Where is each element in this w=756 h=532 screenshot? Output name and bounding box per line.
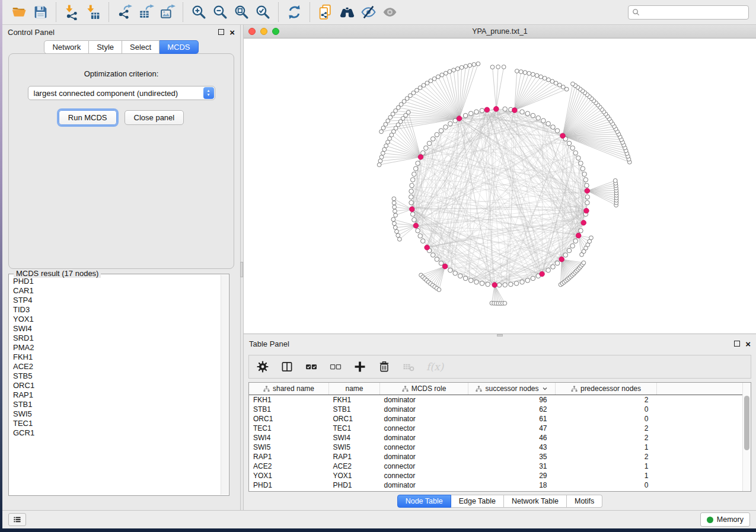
cell-shared-name: YOX1 <box>249 471 329 480</box>
tab-network-table[interactable]: Network Table <box>504 495 567 508</box>
splitter-grip[interactable] <box>497 334 503 336</box>
float-panel-icon[interactable] <box>734 341 740 347</box>
network-canvas[interactable] <box>244 39 756 334</box>
column-header-mcds-role[interactable]: MCDS role <box>380 383 468 395</box>
zoom-fit-button[interactable] <box>231 2 252 23</box>
refresh-button[interactable] <box>283 2 305 23</box>
memory-button[interactable]: Memory <box>700 512 750 527</box>
scrollbar-thumb[interactable] <box>744 396 749 450</box>
deselect-all-button[interactable] <box>329 360 342 373</box>
mcds-result-item[interactable]: STB5 <box>10 371 220 381</box>
node-table: shared namenameMCDS rolesuccessor nodesp… <box>248 382 751 492</box>
close-panel-button[interactable]: Close panel <box>125 110 184 125</box>
window-minimize-button[interactable] <box>260 28 267 35</box>
tab-style[interactable]: Style <box>89 40 122 54</box>
add-row-button[interactable] <box>353 360 366 373</box>
window-zoom-button[interactable] <box>272 28 279 35</box>
table-row[interactable]: ORC1ORC1dominator610 <box>249 414 751 424</box>
column-header-predecessor-nodes[interactable]: predecessor nodes <box>556 383 657 395</box>
table-row[interactable]: TEC1TEC1connector472 <box>249 424 751 433</box>
export-network-button[interactable] <box>114 2 135 23</box>
hide-selected-button[interactable] <box>358 2 379 23</box>
table-row[interactable]: SWI4SWI4dominator462 <box>249 433 751 443</box>
tab-select[interactable]: Select <box>122 40 160 54</box>
run-mcds-button[interactable]: Run MCDS <box>59 110 117 125</box>
import-network-button[interactable] <box>61 2 82 23</box>
column-header-successor-nodes[interactable]: successor nodes <box>468 383 556 395</box>
table-row[interactable]: FKH1FKH1dominator962 <box>249 395 751 405</box>
column-mapping-icon <box>571 386 578 392</box>
horizontal-splitter[interactable] <box>244 334 756 336</box>
panel-selector-button[interactable] <box>8 513 26 526</box>
mcds-result-item[interactable]: PHD1 <box>10 277 220 286</box>
settings-button[interactable] <box>256 360 269 373</box>
column-header-name[interactable]: name <box>329 383 380 395</box>
mcds-result-item[interactable]: PMA2 <box>10 343 220 352</box>
mcds-result-item[interactable]: STB1 <box>10 400 220 409</box>
close-panel-icon[interactable]: × <box>745 339 751 348</box>
search-network-button[interactable] <box>336 2 358 23</box>
optimization-criterion-select[interactable]: largest connected component (undirected)… <box>28 86 215 100</box>
select-all-button[interactable] <box>305 360 318 373</box>
zoom-in-button[interactable] <box>188 2 209 23</box>
mcds-result-item[interactable]: STP4 <box>10 296 220 305</box>
close-panel-icon[interactable]: × <box>229 28 235 37</box>
import-table-button[interactable] <box>82 2 104 23</box>
column-layout-icon <box>280 360 294 373</box>
vertical-splitter[interactable] <box>240 25 244 510</box>
mcds-result-item[interactable]: TEC1 <box>10 419 220 428</box>
table-row[interactable]: STB1STB1dominator620 <box>249 405 751 414</box>
mcds-result-item[interactable]: CAR1 <box>10 286 220 296</box>
export-table-button[interactable] <box>135 2 157 23</box>
search-input[interactable] <box>642 8 745 17</box>
table-row[interactable]: SWI5SWI5connector431 <box>249 443 751 452</box>
table-row[interactable]: YOX1YOX1connector291 <box>249 471 751 480</box>
mcds-result-item[interactable]: SWI4 <box>10 324 220 334</box>
table-scrollbar[interactable] <box>742 383 751 491</box>
cell-predecessor-nodes: 2 <box>556 395 657 405</box>
tab-network[interactable]: Network <box>44 40 89 54</box>
cell-successor-nodes: 96 <box>468 395 556 405</box>
table-row[interactable]: ACE2ACE2connector311 <box>249 462 751 471</box>
save-button[interactable] <box>30 2 51 23</box>
open-button[interactable] <box>8 2 30 23</box>
toolbar-separator <box>278 2 279 22</box>
zoom-out-button[interactable] <box>209 2 231 23</box>
tab-mcds[interactable]: MCDS <box>160 40 198 54</box>
cell-shared-name: ORC1 <box>249 414 329 424</box>
share-document-button[interactable] <box>315 2 336 23</box>
window-close-button[interactable] <box>248 28 256 35</box>
column-layout-button[interactable] <box>280 360 294 373</box>
column-mapping-icon <box>263 386 270 392</box>
mcds-result-item[interactable]: SRD1 <box>10 334 220 343</box>
mcds-result-box: MCDS result (17 nodes) PHD1CAR1STP4TID3Y… <box>8 274 229 496</box>
table-row[interactable]: RAP1RAP1dominator352 <box>249 452 751 462</box>
splitter-grip[interactable] <box>240 262 243 277</box>
search-box[interactable] <box>628 5 749 20</box>
mcds-result-item[interactable]: FKH1 <box>10 352 220 362</box>
mcds-result-item[interactable]: GCR1 <box>10 428 220 438</box>
cell-successor-nodes: 35 <box>468 452 556 462</box>
export-image-button[interactable] <box>157 2 178 23</box>
mcds-result-item[interactable]: YOX1 <box>10 315 220 324</box>
tab-node-table[interactable]: Node Table <box>397 495 451 508</box>
mcds-result-item[interactable]: RAP1 <box>10 390 220 400</box>
mcds-result-item[interactable]: SWI5 <box>10 409 220 419</box>
delete-row-button[interactable] <box>378 360 391 373</box>
float-panel-icon[interactable] <box>218 29 224 35</box>
zoom-selected-button[interactable] <box>252 2 273 23</box>
mcds-result-item[interactable]: TID3 <box>10 305 220 315</box>
cell-predecessor-nodes: 0 <box>556 480 657 490</box>
result-list-scrollbar[interactable] <box>221 275 228 495</box>
mcds-result-item[interactable]: ACE2 <box>10 362 220 371</box>
column-header-shared-name[interactable]: shared name <box>249 383 329 395</box>
mcds-result-item[interactable]: ORC1 <box>10 381 220 390</box>
function-builder-button: f(x) <box>426 361 444 373</box>
table-row[interactable]: PHD1PHD1dominator180 <box>249 480 751 490</box>
tab-edge-table[interactable]: Edge Table <box>451 495 504 508</box>
tab-motifs[interactable]: Motifs <box>567 495 602 508</box>
cell-predecessor-nodes: 0 <box>556 405 657 414</box>
cell-predecessor-nodes: 1 <box>556 471 657 480</box>
control-panel-title: Control Panel <box>8 28 55 37</box>
show-hidden-button[interactable] <box>379 2 400 23</box>
